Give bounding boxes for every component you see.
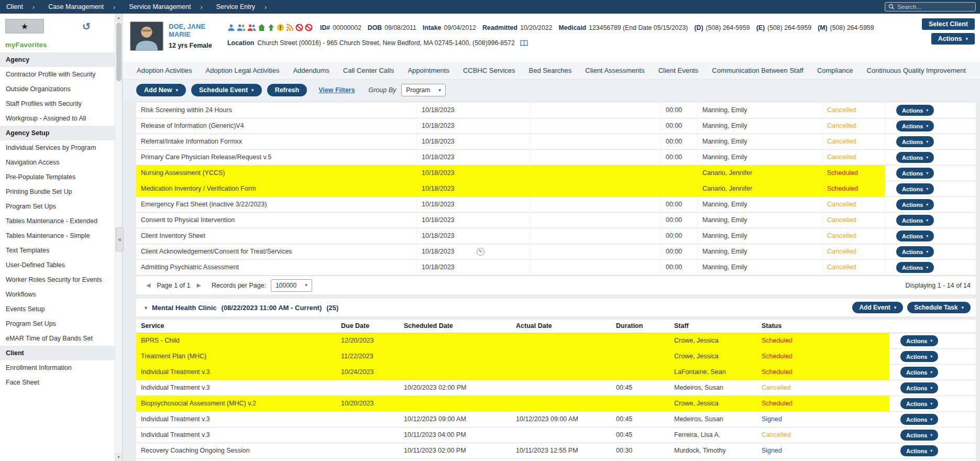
sidebar-item[interactable]: Printing Bundle Set Up [0, 184, 115, 199]
scrollbar-up-button[interactable]: ▲ [115, 14, 122, 21]
module-tab[interactable]: Continuous Quality Improvement [860, 67, 973, 74]
sidebar-item[interactable]: Program Set Ups [0, 316, 115, 331]
sidebar-item[interactable]: Staff Profiles with Security [0, 96, 115, 111]
sidebar-item[interactable]: Enrollment Information [0, 360, 115, 375]
client-photo[interactable] [130, 21, 163, 51]
history-icon[interactable]: ↺ [82, 21, 91, 31]
view-filters-link[interactable]: View Filters [318, 86, 355, 94]
row-actions-button[interactable]: Actions ▾ [896, 168, 934, 179]
module-tab[interactable]: Addendums [286, 67, 336, 74]
sidebar-item[interactable]: Text Templates [0, 243, 115, 258]
row-actions-button[interactable]: Actions ▾ [900, 414, 938, 425]
restriction-icon-2[interactable] [305, 24, 313, 31]
program-enrollment-icon[interactable] [267, 24, 275, 31]
feed-icon[interactable] [286, 24, 294, 31]
event-row[interactable]: Individual Treatment v.3 10/12/2023 09:0… [136, 412, 976, 427]
sidebar-item[interactable]: Tables Maintenance - Extended [0, 214, 115, 228]
top-menu-item[interactable]: Service Management › [126, 3, 205, 11]
prev-page-button[interactable]: ◀ [145, 282, 152, 289]
event-row[interactable]: Referral/Intake Information Formxx 10/18… [136, 134, 976, 150]
row-actions-button[interactable]: Actions ▾ [896, 105, 934, 116]
records-per-page-select[interactable]: 100000 ▾ [271, 279, 312, 292]
search-input[interactable] [897, 4, 972, 10]
sidebar-item[interactable]: Agency [0, 52, 115, 67]
next-page-button[interactable]: ▶ [195, 282, 202, 289]
module-tab[interactable]: Call Center Calls [336, 67, 401, 74]
global-search-box[interactable] [885, 2, 976, 12]
group-collapse-icon[interactable]: ▾ [145, 305, 147, 311]
sidebar-item[interactable]: User-Defined Tables [0, 258, 115, 272]
module-tab[interactable]: Communication Between Staff [705, 67, 810, 74]
row-actions-button[interactable]: Actions ▾ [900, 367, 938, 378]
sidebar-item[interactable]: Agency Setup [0, 126, 115, 140]
client-actions-button[interactable]: Actions ▾ [931, 33, 975, 45]
row-actions-button[interactable]: Actions ▾ [900, 398, 938, 409]
event-row[interactable]: Medication Inventory / Verification Form… [136, 181, 976, 197]
row-actions-button[interactable]: Actions ▾ [896, 215, 934, 226]
scrollbar-thumb[interactable] [116, 23, 122, 81]
module-tab[interactable]: CCBHC Services [456, 67, 522, 74]
sidebar-item[interactable]: Individual Services by Program [0, 140, 115, 155]
sidebar-item[interactable]: Outside Organizations [0, 82, 115, 96]
favorites-star-button[interactable]: ★ [5, 19, 44, 34]
schedule-event-button[interactable]: Schedule Event ▾ [191, 84, 262, 96]
event-row[interactable]: Nursing Assessment (YCCS) 10/18/2023✎ Ca… [136, 166, 976, 181]
client-groups-icon[interactable] [237, 24, 246, 31]
row-actions-button[interactable]: Actions ▾ [896, 199, 934, 210]
module-tab[interactable]: Compliance [810, 67, 860, 74]
add-event-button[interactable]: Add Event ▾ [852, 302, 903, 313]
top-menu-item[interactable]: Case Management › [45, 3, 118, 11]
event-row[interactable]: Individual Treatment v.3 10/11/2023 04:0… [136, 427, 976, 443]
sidebar-item[interactable]: Events Setup [0, 302, 115, 316]
sidebar-item[interactable]: Tables Maintenance - Simple [0, 228, 115, 243]
row-actions-button[interactable]: Actions ▾ [896, 152, 934, 163]
module-tab[interactable]: Client Assessments [578, 67, 651, 74]
event-row[interactable]: Emergency Fact Sheet (inactive 3/22/2023… [136, 197, 976, 213]
alerts-icon[interactable] [277, 24, 284, 31]
row-actions-button[interactable]: Actions ▾ [896, 136, 934, 147]
row-actions-button[interactable]: Actions ▾ [900, 351, 938, 362]
sidebar-item[interactable]: Workflows [0, 287, 115, 302]
restriction-icon[interactable] [295, 24, 303, 31]
sidebar-item[interactable]: Pre-Populate Templates [0, 170, 115, 184]
row-actions-button[interactable]: Actions ▾ [900, 335, 938, 346]
event-row[interactable]: Telephone Contact V2 10/11/2023 12:41 PM… [136, 459, 976, 461]
refresh-button[interactable]: Refresh [267, 84, 307, 96]
row-actions-button[interactable]: Actions ▾ [900, 445, 938, 456]
event-row[interactable]: Admitting Psychiatric Assessment 10/18/2… [136, 260, 976, 276]
sidebar-item[interactable]: Workgroup - Assigned to All [0, 111, 115, 126]
sidebar-item[interactable]: Worker Roles Security for Events [0, 272, 115, 287]
event-row[interactable]: BPRS - Child 12/20/2023 Crowe, Jessica S… [136, 333, 976, 349]
module-tab[interactable]: Client Events [652, 67, 706, 74]
event-row[interactable]: Client Acknowledgement/Consent for Treat… [136, 244, 976, 260]
top-menu-item[interactable]: Client › [3, 3, 38, 11]
sidebar-item[interactable]: Client [0, 346, 115, 360]
row-actions-button[interactable]: Actions ▾ [896, 262, 934, 273]
row-actions-button[interactable]: Actions ▾ [900, 382, 938, 393]
sidebar-item[interactable]: Face Sheet [0, 375, 115, 390]
address-book-icon[interactable] [520, 40, 528, 47]
event-row[interactable]: Primary Care Physician Release/Request v… [136, 150, 976, 166]
row-actions-button[interactable]: Actions ▾ [896, 230, 934, 242]
event-row[interactable]: Biopsychosocial Assessment (MHC) v.2 10/… [136, 396, 976, 412]
row-actions-button[interactable]: Actions ▾ [900, 430, 938, 441]
event-row[interactable]: Consent to Physical Intervention 10/18/2… [136, 213, 976, 228]
add-new-button[interactable]: Add New ▾ [136, 84, 186, 96]
row-actions-button[interactable]: Actions ▾ [896, 183, 934, 194]
select-client-button[interactable]: Select Client [922, 18, 975, 30]
event-row[interactable]: Risk Screening within 24 Hours 10/18/202… [136, 103, 976, 118]
module-tab[interactable]: Adoption Legal Activities [199, 67, 287, 74]
family-members-icon[interactable] [247, 24, 256, 31]
schedule-task-button[interactable]: Schedule Task ▾ [907, 302, 971, 313]
sidebar-item[interactable]: Navigation Access [0, 155, 115, 170]
module-tab[interactable]: Adoption Activities [130, 67, 199, 74]
sidebar-item[interactable]: Program Set Ups [0, 199, 115, 214]
client-profile-icon[interactable] [227, 24, 235, 31]
top-menu-item[interactable]: Service Entry › [213, 3, 270, 11]
module-tab[interactable]: Appointments [401, 67, 456, 74]
event-row[interactable]: Treatment Plan (MHC) 11/22/2023 Crowe, J… [136, 349, 976, 365]
group-by-select[interactable]: Program ▾ [401, 84, 446, 96]
event-row[interactable]: Release of Information (Generic)V4 10/18… [136, 118, 976, 134]
sidebar-collapse-button[interactable]: « [116, 227, 124, 251]
module-tab[interactable]: Bed Searches [522, 67, 579, 74]
